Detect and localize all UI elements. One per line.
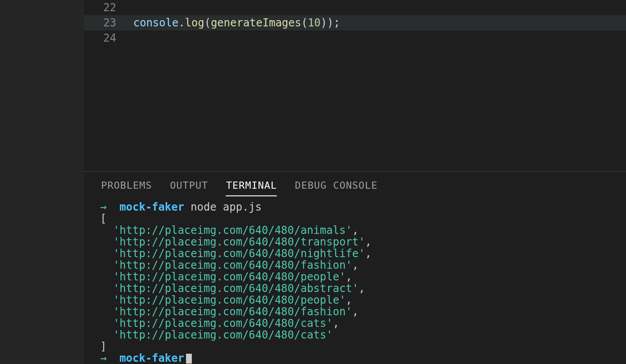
- tab-terminal[interactable]: TERMINAL: [226, 180, 277, 196]
- prompt-command: node app.js: [190, 201, 262, 213]
- token-paren: (: [204, 17, 211, 29]
- terminal-comma: ,: [346, 294, 352, 306]
- terminal-output-line: 'http://placeimg.com/640/480/people',: [100, 294, 610, 306]
- code-line: 24: [84, 30, 626, 46]
- terminal-output-line: 'http://placeimg.com/640/480/fashion',: [100, 259, 610, 271]
- code-editor[interactable]: 22 23 console.log(generateImages(10)); 2…: [84, 0, 626, 171]
- terminal-comma: ,: [352, 259, 359, 271]
- token-number: 10: [308, 17, 321, 29]
- terminal-cursor: [186, 354, 192, 364]
- activity-or-explorer-bar: [0, 0, 84, 364]
- line-number: 24: [84, 30, 129, 46]
- terminal-output-line: 'http://placeimg.com/640/480/cats',: [100, 317, 610, 329]
- tab-problems[interactable]: PROBLEMS: [101, 180, 152, 195]
- terminal-comma: ,: [333, 317, 339, 330]
- terminal-comma: ,: [346, 271, 352, 283]
- prompt-arrow-icon: →: [100, 201, 106, 213]
- token-function: log: [185, 17, 204, 29]
- token-paren: ): [327, 17, 334, 29]
- terminal-string: 'http://placeimg.com/640/480/nightlife': [113, 247, 365, 260]
- terminal-output-line: 'http://placeimg.com/640/480/animals',: [100, 224, 610, 236]
- token-variable: console: [133, 17, 178, 29]
- line-number: 22: [84, 0, 129, 15]
- terminal-output-line: 'http://placeimg.com/640/480/fashion',: [100, 306, 610, 317]
- terminal-string: 'http://placeimg.com/640/480/abstract': [113, 282, 359, 295]
- terminal-comma: ,: [352, 305, 359, 318]
- terminal-string: 'http://placeimg.com/640/480/fashion': [113, 259, 352, 271]
- terminal-string: 'http://placeimg.com/640/480/cats': [113, 329, 333, 341]
- terminal-comma: ,: [365, 236, 371, 248]
- prompt-cwd: mock-faker: [119, 352, 184, 364]
- bottom-panel: PROBLEMS OUTPUT TERMINAL DEBUG CONSOLE →…: [84, 172, 626, 364]
- token-paren: ): [321, 17, 327, 29]
- terminal-prompt-line: → mock-faker: [100, 352, 610, 364]
- token-semicolon: ;: [334, 17, 340, 29]
- token-function: generateImages: [211, 17, 301, 29]
- terminal-output-line: [: [100, 213, 610, 224]
- terminal-string: 'http://placeimg.com/640/480/cats': [113, 317, 333, 330]
- tab-debug-console[interactable]: DEBUG CONSOLE: [295, 180, 377, 195]
- terminal-string: 'http://placeimg.com/640/480/transport': [113, 236, 365, 248]
- terminal-prompt-line: → mock-faker node app.js: [100, 201, 610, 213]
- main-area: 22 23 console.log(generateImages(10)); 2…: [84, 0, 626, 364]
- terminal-output-line: 'http://placeimg.com/640/480/cats': [100, 329, 610, 341]
- terminal-output-line: 'http://placeimg.com/640/480/nightlife',: [100, 248, 610, 259]
- terminal-output-line: 'http://placeimg.com/640/480/transport',: [100, 236, 610, 248]
- terminal-output-line: 'http://placeimg.com/640/480/abstract',: [100, 283, 610, 294]
- prompt-cwd: mock-faker: [119, 201, 184, 213]
- terminal-comma: ,: [359, 282, 365, 295]
- panel-tabs: PROBLEMS OUTPUT TERMINAL DEBUG CONSOLE: [84, 172, 626, 199]
- terminal-comma: ,: [352, 224, 359, 237]
- terminal[interactable]: → mock-faker node app.js [ 'http://place…: [84, 199, 626, 364]
- terminal-output-line: 'http://placeimg.com/640/480/people',: [100, 271, 610, 283]
- code-line-active: 23 console.log(generateImages(10));: [84, 15, 626, 30]
- terminal-string: 'http://placeimg.com/640/480/animals': [113, 224, 352, 237]
- array-open-bracket: [: [100, 212, 106, 225]
- terminal-output-line: ]: [100, 341, 610, 352]
- terminal-comma: ,: [365, 247, 371, 260]
- code-content[interactable]: console.log(generateImages(10));: [129, 15, 626, 30]
- array-close-bracket: ]: [100, 340, 106, 353]
- line-number: 23: [84, 15, 129, 30]
- terminal-string: 'http://placeimg.com/640/480/people': [113, 294, 346, 306]
- terminal-string: 'http://placeimg.com/640/480/fashion': [113, 305, 352, 318]
- tab-output[interactable]: OUTPUT: [170, 180, 208, 195]
- token-dot: .: [178, 17, 185, 29]
- code-line: 22: [84, 0, 626, 15]
- terminal-string: 'http://placeimg.com/640/480/people': [113, 271, 346, 283]
- token-paren: (: [301, 17, 308, 29]
- prompt-arrow-icon: →: [100, 352, 106, 364]
